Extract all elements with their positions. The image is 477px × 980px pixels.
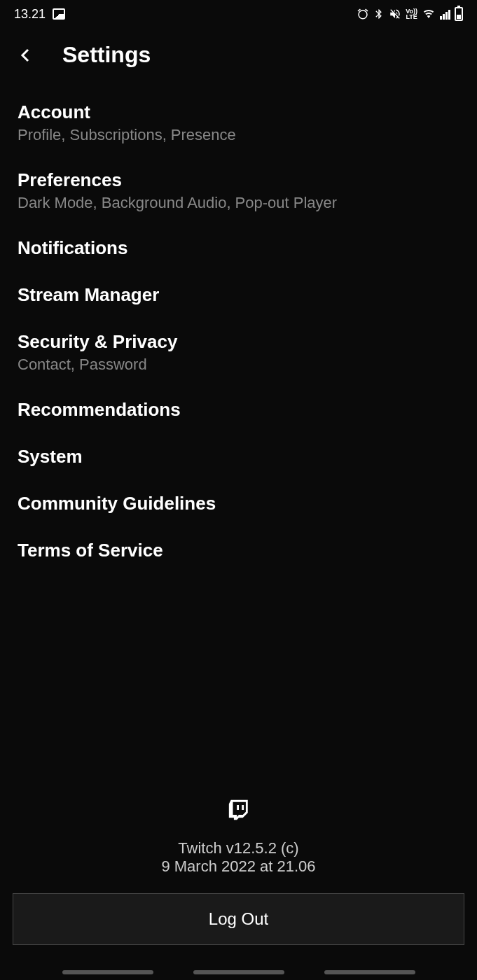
- volte-icon: Vo))LTE: [406, 8, 417, 20]
- back-button[interactable]: [18, 46, 34, 65]
- settings-item-stream-manager[interactable]: Stream Manager: [18, 272, 459, 318]
- item-title: System: [18, 446, 459, 468]
- wifi-icon: [422, 8, 436, 20]
- item-title: Terms of Service: [18, 540, 459, 561]
- version-text: Twitch v12.5.2 (c): [178, 839, 298, 858]
- settings-item-notifications[interactable]: Notifications: [18, 225, 459, 272]
- settings-item-community-guidelines[interactable]: Community Guidelines: [18, 480, 459, 527]
- item-title: Preferences: [18, 169, 459, 191]
- bluetooth-icon: [373, 8, 385, 20]
- battery-icon: [455, 7, 463, 21]
- item-title: Community Guidelines: [18, 493, 459, 514]
- nav-back[interactable]: [324, 970, 415, 974]
- item-title: Stream Manager: [18, 284, 459, 306]
- page-title: Settings: [62, 42, 151, 68]
- settings-item-terms-of-service[interactable]: Terms of Service: [18, 527, 459, 574]
- twitch-icon: [227, 797, 251, 825]
- settings-item-preferences[interactable]: Preferences Dark Mode, Background Audio,…: [18, 157, 459, 225]
- settings-item-system[interactable]: System: [18, 433, 459, 480]
- item-title: Account: [18, 102, 459, 123]
- status-time: 13.21: [14, 7, 46, 22]
- mute-icon: [389, 8, 401, 20]
- alarm-icon: [357, 8, 369, 20]
- item-title: Recommendations: [18, 399, 459, 421]
- build-date-text: 9 March 2022 at 21.06: [161, 858, 315, 876]
- status-right: Vo))LTE: [357, 7, 463, 21]
- settings-list: Account Profile, Subscriptions, Presence…: [0, 89, 477, 574]
- settings-item-account[interactable]: Account Profile, Subscriptions, Presence: [18, 89, 459, 157]
- settings-item-security-privacy[interactable]: Security & Privacy Contact, Password: [18, 318, 459, 386]
- status-left: 13.21: [14, 7, 65, 22]
- settings-item-recommendations[interactable]: Recommendations: [18, 386, 459, 433]
- header: Settings: [0, 28, 477, 89]
- signal-icon: [440, 8, 450, 20]
- item-subtitle: Dark Mode, Background Audio, Pop-out Pla…: [18, 194, 459, 212]
- picture-icon: [53, 8, 65, 20]
- status-bar: 13.21 Vo))LTE: [0, 0, 477, 28]
- navigation-bar: [0, 970, 477, 974]
- item-subtitle: Profile, Subscriptions, Presence: [18, 126, 459, 144]
- item-title: Security & Privacy: [18, 331, 459, 353]
- nav-home[interactable]: [193, 970, 284, 974]
- logout-button[interactable]: Log Out: [13, 893, 464, 945]
- nav-recent[interactable]: [62, 970, 153, 974]
- item-subtitle: Contact, Password: [18, 356, 459, 374]
- item-title: Notifications: [18, 237, 459, 259]
- footer: Twitch v12.5.2 (c) 9 March 2022 at 21.06…: [0, 797, 477, 945]
